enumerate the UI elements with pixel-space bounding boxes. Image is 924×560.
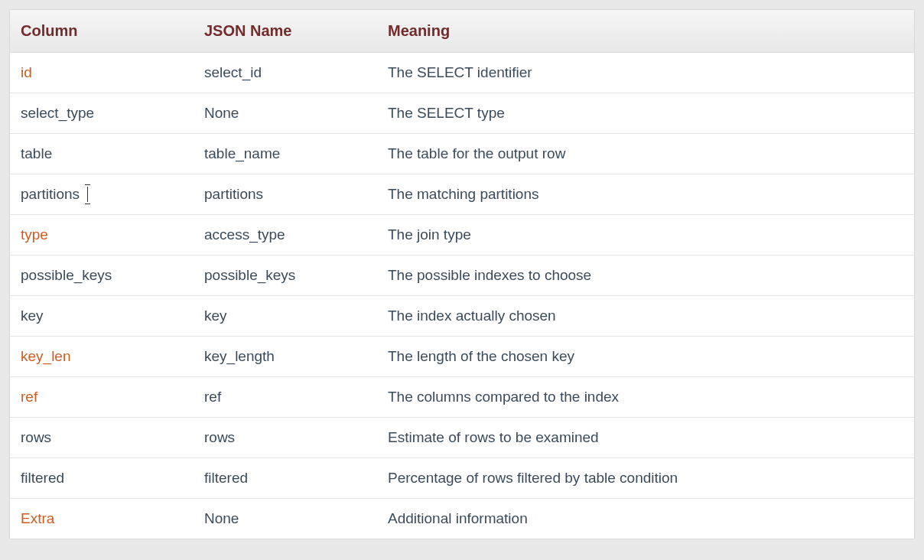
cell-json-name: ref [194, 377, 377, 418]
cell-meaning: The join type [377, 215, 914, 256]
cell-column: rows [10, 418, 194, 458]
cell-column[interactable]: id [10, 53, 194, 93]
cell-column: partitions [10, 174, 194, 215]
cell-column: possible_keys [10, 256, 194, 296]
table-row: refrefThe columns compared to the index [10, 377, 914, 418]
cell-meaning: Percentage of rows filtered by table con… [377, 458, 914, 499]
table-row: filteredfilteredPercentage of rows filte… [10, 458, 914, 499]
cell-json-name: possible_keys [194, 256, 377, 296]
cell-json-name: rows [194, 418, 377, 458]
cell-meaning: The SELECT identifier [377, 53, 914, 93]
header-column: Column [10, 10, 194, 53]
cell-json-name: table_name [194, 134, 377, 174]
cell-meaning: The length of the chosen key [377, 337, 914, 377]
cell-json-name: None [194, 499, 377, 539]
table-row: select_typeNoneThe SELECT type [10, 93, 914, 134]
table-row: rowsrowsEstimate of rows to be examined [10, 418, 914, 458]
cell-meaning: The columns compared to the index [377, 377, 914, 418]
cell-column[interactable]: Extra [10, 499, 194, 539]
cell-column[interactable]: key_len [10, 337, 194, 377]
cell-meaning: Estimate of rows to be examined [377, 418, 914, 458]
cell-column: table [10, 134, 194, 174]
explain-columns-table-container: Column JSON Name Meaning idselect_idThe … [9, 9, 915, 539]
cell-meaning: The possible indexes to choose [377, 256, 914, 296]
header-meaning: Meaning [377, 10, 914, 53]
cell-meaning: The table for the output row [377, 134, 914, 174]
cell-column[interactable]: ref [10, 377, 194, 418]
table-row: partitionspartitionsThe matching partiti… [10, 174, 914, 215]
table-row: key_lenkey_lengthThe length of the chose… [10, 337, 914, 377]
cell-meaning: Additional information [377, 499, 914, 539]
cell-json-name: key_length [194, 337, 377, 377]
table-row: typeaccess_typeThe join type [10, 215, 914, 256]
table-row: tabletable_nameThe table for the output … [10, 134, 914, 174]
cell-json-name: None [194, 93, 377, 134]
table-body: idselect_idThe SELECT identifierselect_t… [10, 53, 914, 539]
cell-meaning: The matching partitions [377, 174, 914, 215]
header-json-name: JSON Name [194, 10, 377, 53]
cell-column: key [10, 296, 194, 337]
cell-column[interactable]: type [10, 215, 194, 256]
explain-columns-table: Column JSON Name Meaning idselect_idThe … [10, 10, 914, 539]
table-row: idselect_idThe SELECT identifier [10, 53, 914, 93]
table-row: ExtraNoneAdditional information [10, 499, 914, 539]
cell-json-name: filtered [194, 458, 377, 499]
cell-column: filtered [10, 458, 194, 499]
table-header-row: Column JSON Name Meaning [10, 10, 914, 53]
table-row: keykeyThe index actually chosen [10, 296, 914, 337]
cell-meaning: The index actually chosen [377, 296, 914, 337]
cell-json-name: partitions [194, 174, 377, 215]
cell-json-name: select_id [194, 53, 377, 93]
cell-column: select_type [10, 93, 194, 134]
cell-meaning: The SELECT type [377, 93, 914, 134]
table-row: possible_keyspossible_keysThe possible i… [10, 256, 914, 296]
cell-json-name: key [194, 296, 377, 337]
cell-json-name: access_type [194, 215, 377, 256]
text-cursor-icon [87, 187, 88, 202]
